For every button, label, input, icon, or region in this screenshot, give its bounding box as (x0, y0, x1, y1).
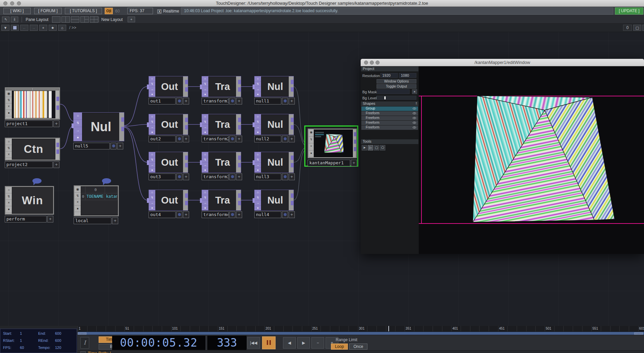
output-connector[interactable] (238, 125, 241, 130)
forum-button[interactable]: [ FORUM ] (34, 8, 62, 14)
node-null5[interactable]: ○ ↯ → ● Nul (73, 112, 124, 141)
node-kantanmapper1-selected[interactable]: ◉ ↯ × ● (304, 125, 358, 167)
setting-value[interactable]: 600 (55, 331, 61, 335)
flag-icon[interactable]: ↯ (202, 195, 208, 200)
output-connector[interactable] (291, 163, 293, 167)
mapping-viewport[interactable] (419, 66, 644, 254)
save-layout-icon[interactable]: ⇓ (11, 17, 18, 22)
shape-item-freeform-2[interactable]: Freeform (361, 116, 418, 120)
flag-icon[interactable]: ↯ (149, 195, 155, 200)
freeform-tool-icon[interactable]: ⬠ (380, 145, 385, 150)
display-icon[interactable]: ○ (255, 152, 261, 157)
node-name-out3[interactable]: out3 (149, 173, 176, 180)
node-name[interactable]: perform (5, 216, 47, 222)
output-connector[interactable] (185, 201, 188, 205)
node-name[interactable]: project1 (5, 120, 53, 127)
realtime-toggle[interactable]: XRealtime (157, 9, 179, 14)
display-icon[interactable]: ○ (149, 114, 155, 119)
flag-icon[interactable]: ↯ (149, 119, 155, 124)
output-connector[interactable] (185, 156, 188, 160)
flag-icon[interactable]: ↯ (202, 157, 208, 162)
display-icon[interactable]: ○ (74, 113, 82, 120)
node-flag-column[interactable]: ○ ↯ → ● (255, 76, 261, 97)
step-back-button[interactable]: ◀ (283, 337, 296, 349)
rectangle-tool-icon[interactable]: ▢ (374, 145, 379, 150)
node-project2[interactable]: ○ ↯ × ● Ctn (5, 138, 60, 161)
output-connector[interactable] (238, 163, 241, 167)
comment-icon[interactable]: ● (75, 206, 81, 212)
bypass-icon[interactable]: × (6, 200, 12, 206)
flag-icon[interactable]: ↯ (202, 81, 208, 87)
export-icon[interactable]: → (255, 201, 261, 206)
expand-parameters-button[interactable]: + (183, 136, 189, 142)
node-out2[interactable]: ○ ↯ → ● Out (149, 114, 188, 135)
bg-level-slider[interactable] (377, 96, 416, 100)
comment-icon[interactable]: ● (255, 168, 261, 172)
node-flag-column[interactable]: ◉ ↯ × ● (309, 130, 314, 157)
export-icon[interactable]: → (149, 87, 155, 92)
visibility-icon[interactable] (413, 112, 416, 114)
output-connector[interactable] (185, 193, 188, 198)
display-icon[interactable]: ◉ (75, 186, 81, 193)
bypass-icon[interactable]: × (309, 143, 314, 150)
export-icon[interactable]: → (74, 127, 82, 134)
export-icon[interactable]: → (202, 201, 208, 206)
output-connector[interactable] (56, 143, 59, 147)
display-toggle-button[interactable] (282, 173, 288, 180)
flag-icon[interactable]: ↯ (74, 120, 82, 127)
display-toggle-button[interactable] (229, 211, 235, 218)
node-body[interactable]: Tra (208, 114, 237, 135)
slider-handle[interactable] (384, 96, 386, 99)
comment-icon[interactable]: ● (149, 168, 155, 172)
node-flag-column[interactable]: ○ ↯ → ● (255, 152, 261, 172)
node-body[interactable]: Win (12, 187, 53, 214)
output-connector[interactable] (56, 105, 59, 110)
display-toggle-button[interactable] (176, 136, 182, 142)
output-connector[interactable] (121, 117, 124, 122)
flag-icon[interactable]: ↯ (149, 157, 155, 162)
frame-marker-box[interactable]: I (80, 337, 89, 349)
comment-icon[interactable]: ● (255, 92, 261, 97)
maximize-pane-icon[interactable]: ⇖ (2, 17, 9, 22)
display-icon[interactable]: ○ (202, 114, 208, 119)
node-flag-column[interactable]: ○ ↯ × ● (6, 187, 12, 214)
speed-minus-button[interactable]: − (311, 337, 324, 349)
display-icon[interactable]: ○ (6, 187, 12, 193)
node-out1[interactable]: ○ ↯ → ● Out (149, 76, 188, 97)
comment-icon[interactable]: ● (202, 168, 208, 172)
expand-parameters-button[interactable]: + (47, 216, 53, 222)
comment-icon[interactable]: ● (149, 206, 155, 210)
output-connector[interactable] (185, 118, 188, 122)
range-start-grip[interactable]: ... (78, 332, 86, 335)
display-toggle-button[interactable] (282, 211, 288, 218)
pyramid-render[interactable] (419, 66, 644, 254)
setting-value[interactable]: 600 (55, 338, 61, 343)
flag-icon[interactable]: ↯ (255, 195, 261, 200)
bypass-icon[interactable]: × (6, 103, 12, 110)
back-icon[interactable]: ← (20, 25, 28, 31)
export-icon[interactable]: → (202, 125, 208, 130)
flag-icon[interactable]: ↯ (255, 157, 261, 162)
edit-window-titlebar[interactable]: /kantanMapper1/editWindow (361, 59, 644, 66)
edit-points-tool-icon[interactable]: ▷ (368, 145, 373, 150)
expand-parameters-button[interactable]: + (289, 173, 295, 180)
expand-parameters-button[interactable]: + (183, 173, 189, 180)
node-name-transform1[interactable]: transform1 (202, 98, 229, 104)
node-project1[interactable]: ◉ ↯ × ● (5, 87, 60, 120)
export-icon[interactable]: → (255, 87, 261, 92)
layout-preset-hsplit[interactable] (71, 16, 79, 23)
output-connector[interactable] (238, 193, 241, 198)
node-name[interactable]: project2 (5, 161, 53, 168)
resolution-height-field[interactable]: 1080 (399, 73, 416, 78)
expand-parameters-button[interactable]: + (289, 211, 295, 218)
expand-parameters-button[interactable]: + (289, 136, 295, 142)
node-transform2[interactable]: ○ ↯ → ● Tra (202, 114, 241, 135)
realtime-checkbox-icon[interactable]: X (157, 9, 161, 14)
expand-parameters-button[interactable]: + (53, 161, 59, 168)
flag-icon[interactable]: ↯ (149, 81, 155, 87)
node-name[interactable]: local (74, 217, 111, 224)
output-connector[interactable] (185, 80, 188, 84)
node-flag-column[interactable]: ○ ↯ → ● (202, 152, 208, 172)
expand-parameters-button[interactable]: + (289, 98, 295, 104)
display-toggle-button[interactable] (229, 136, 235, 142)
